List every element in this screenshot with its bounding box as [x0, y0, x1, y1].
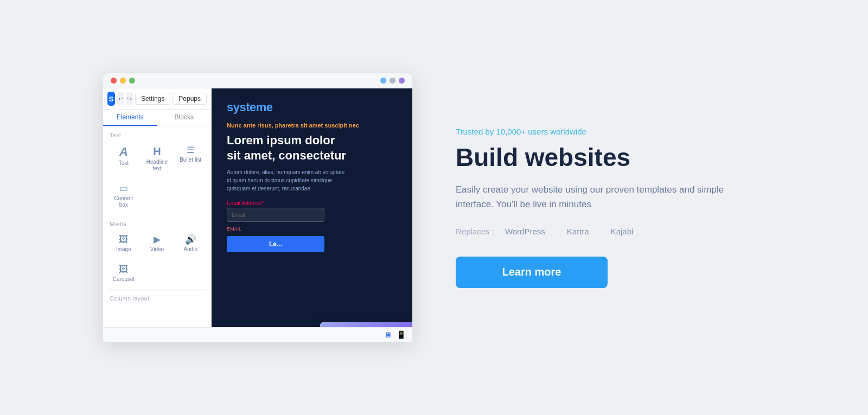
column-section-title: Column layout: [103, 290, 211, 304]
dot-green: [129, 78, 135, 84]
replaces-kajabi: Kajabi: [611, 227, 634, 236]
headline-icon: H: [153, 146, 161, 157]
element-headline[interactable]: H Headline text: [141, 142, 174, 175]
replaces-kartra: Kartra: [567, 227, 589, 236]
popups-button[interactable]: Popups: [173, 93, 207, 105]
image-icon: 🖼: [119, 235, 128, 244]
preview-inner: systeme Nunc ante risus, pharetra sit am…: [212, 88, 412, 327]
video-icon: ▶: [154, 235, 161, 244]
element-content-box[interactable]: ▭ Content box: [107, 180, 140, 212]
element-audio[interactable]: 🔊 Audio: [174, 231, 207, 256]
headline: Build websites: [456, 144, 765, 171]
editor-bottombar: 🖥 📱: [103, 327, 412, 342]
carousel-icon: 🖼: [119, 265, 128, 274]
description: Easily create your website using our pro…: [456, 182, 760, 212]
dot-purple: [399, 78, 405, 84]
replaces-wordpress: WordPress: [505, 227, 545, 236]
preview-subtitle: Nunc ante risus, pharetra sit amet susci…: [227, 122, 397, 129]
tab-elements[interactable]: Elements: [103, 110, 157, 126]
element-image[interactable]: 🖼 Image: [107, 231, 140, 256]
browser-dots-right: [380, 78, 405, 84]
mobile-icon[interactable]: 📱: [397, 330, 406, 339]
carousel-label: Carousel: [113, 276, 135, 283]
video-label: Video: [150, 246, 164, 253]
trusted-text: Trusted by 10,000+ users worldwide: [456, 127, 765, 136]
right-content: Trusted by 10,000+ users worldwide Build…: [456, 127, 765, 288]
preview-cta-button[interactable]: Le...: [227, 236, 324, 252]
text-section-grid: A Text H Headline text ☰ Bullet list: [103, 141, 211, 178]
tab-blocks[interactable]: Blocks: [157, 110, 212, 126]
preview-error-text: EMAIL: [227, 226, 397, 232]
preview-body: Autem dolore, alias, numquam enim ab vol…: [227, 168, 346, 193]
editor-tabs: Elements Blocks: [103, 110, 211, 126]
color-picker-gradient[interactable]: [320, 322, 412, 327]
audio-label: Audio: [183, 246, 197, 253]
editor-logo: S: [107, 92, 115, 106]
content-box-grid: ▭ Content box: [103, 178, 211, 215]
dot-grey: [390, 78, 395, 84]
text-label: Text: [119, 160, 129, 167]
media-section-title: Media: [103, 215, 211, 229]
element-carousel[interactable]: 🖼 Carousel: [107, 260, 140, 286]
preview-email-input[interactable]: Email: [227, 208, 324, 222]
browser-mockup: S ↩ ↪ Settings Popups Elements: [103, 73, 412, 342]
main-container: S ↩ ↪ Settings Popups Elements: [81, 73, 787, 342]
dot-blue: [380, 78, 386, 84]
element-text[interactable]: A Text: [107, 142, 140, 175]
redo-button[interactable]: ↪: [126, 92, 133, 105]
media-section-grid: 🖼 Image ▶ Video 🔊 Audio: [103, 229, 211, 259]
editor-layout: S ↩ ↪ Settings Popups Elements: [103, 88, 412, 327]
bullet-label: Bullet list: [180, 157, 201, 163]
logo-letter: S: [109, 95, 114, 103]
preview-email-label: Email Address*: [227, 200, 397, 206]
dot-yellow: [120, 78, 126, 84]
editor-topbar: S ↩ ↪ Settings Popups: [103, 88, 211, 110]
undo-button[interactable]: ↩: [117, 92, 124, 105]
preview-headline: Lorem ipsum dolor sit amet, consectetur: [227, 133, 397, 163]
audio-icon: 🔊: [185, 235, 196, 244]
text-icon: A: [119, 146, 128, 158]
replaces-label: Replaces :: [456, 227, 494, 236]
redo-icon: ↪: [127, 95, 132, 103]
editor-sidebar: S ↩ ↪ Settings Popups Elements: [103, 88, 212, 327]
bullet-icon: ☰: [187, 146, 194, 155]
replaces-row: Replaces : WordPress Kartra Kajabi: [456, 227, 765, 236]
color-picker-overlay: HEX R G B: [320, 322, 412, 327]
settings-button[interactable]: Settings: [135, 93, 170, 105]
headline-label: Headline text: [143, 159, 171, 172]
undo-icon: ↩: [118, 95, 123, 103]
learn-more-button[interactable]: Learn more: [456, 257, 608, 288]
image-label: Image: [116, 246, 131, 253]
editor-preview: systeme Nunc ante risus, pharetra sit am…: [212, 88, 412, 327]
desktop-icon[interactable]: 🖥: [385, 330, 392, 339]
text-section-title: Text: [103, 126, 211, 141]
dot-red: [111, 78, 117, 84]
element-video[interactable]: ▶ Video: [141, 231, 174, 256]
content-box-label: Content box: [110, 195, 138, 208]
element-bullet[interactable]: ☰ Bullet list: [174, 142, 207, 175]
content-box-icon: ▭: [119, 184, 128, 193]
browser-titlebar: [103, 73, 412, 88]
preview-brand: systeme: [227, 100, 397, 114]
carousel-grid: 🖼 Carousel: [103, 259, 211, 289]
